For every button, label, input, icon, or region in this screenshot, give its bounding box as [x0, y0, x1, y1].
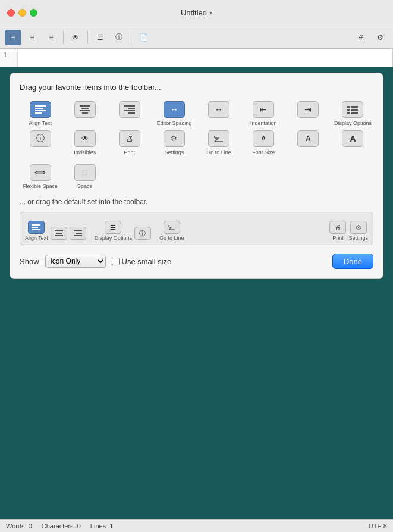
item-editor-spacing-plain: ↔ — [199, 101, 240, 127]
preview-settings-icon: ⚙ — [350, 221, 367, 234]
preview-gotoline-label: Go to Line — [159, 235, 184, 241]
svg-rect-14 — [347, 109, 350, 111]
done-button[interactable]: Done — [332, 254, 373, 269]
invisibles-label: Invisibles — [74, 149, 96, 156]
doc-toolbar-btn[interactable]: 📄 — [135, 30, 152, 45]
small-size-checkbox[interactable] — [112, 258, 120, 265]
eye-toolbar-btn[interactable]: 👁 — [67, 30, 84, 45]
font-size-large-icon[interactable]: A — [342, 130, 363, 147]
preview-align-left-icon — [28, 221, 45, 234]
editor-spacing-plain-icon[interactable]: ↔ — [208, 101, 229, 118]
titlebar: Untitled ▾ — [0, 0, 393, 26]
align-text-icon[interactable] — [30, 101, 51, 118]
svg-rect-22 — [32, 229, 40, 230]
settings-label: Settings — [165, 149, 184, 156]
encoding-text: UTF-8 — [369, 522, 387, 530]
space-icon[interactable]: □ — [74, 164, 96, 181]
item-align-right — [109, 101, 150, 127]
editor-spacing-active-icon[interactable]: ↔ — [164, 101, 185, 118]
display-options-info-icon[interactable]: ⓘ — [30, 130, 51, 147]
preview-display-info[interactable]: ⓘ — [134, 227, 151, 241]
preview-align-center[interactable] — [51, 227, 67, 241]
item-display-options-list: Display Options — [332, 101, 373, 127]
statusbar: Words: 0 Characters: 0 Lines: 1 UTF-8 — [0, 519, 393, 532]
item-display-options-info: ⓘ — [20, 130, 61, 156]
space-label: Space — [77, 183, 93, 190]
minimize-button[interactable] — [18, 9, 26, 17]
preview-align-left[interactable]: Align Text — [25, 221, 48, 241]
settings-icon[interactable]: ⚙ — [164, 130, 185, 147]
preview-display-group: ☰ Display Options ⓘ — [95, 221, 151, 241]
indentation-left-icon[interactable]: ⇤ — [253, 101, 274, 118]
info-toolbar-btn[interactable]: ⓘ — [111, 30, 127, 45]
maximize-button[interactable] — [30, 9, 37, 17]
preview-display-list-label: Display Options — [95, 235, 132, 241]
invisibles-icon[interactable]: 👁 — [74, 130, 96, 147]
chars-status: Characters: 0 — [42, 522, 81, 530]
editor-area[interactable]: 1 — [0, 49, 393, 67]
lines-status: Lines: 1 — [90, 522, 114, 530]
preview-gotoline-group: Go to Line — [159, 221, 184, 241]
display-options-list-label: Display Options — [334, 120, 372, 127]
item-indentation-right: ⇥ — [288, 101, 329, 127]
preview-align-right[interactable] — [70, 227, 86, 241]
show-select[interactable]: Icon Only Icon and Text Text Only — [45, 255, 106, 268]
svg-rect-20 — [32, 224, 40, 226]
indentation-right-icon[interactable]: ⇥ — [297, 101, 319, 118]
item-font-size-large: A — [332, 130, 373, 156]
item-space: □ Space — [64, 164, 105, 190]
align-right-icon[interactable] — [119, 101, 140, 118]
settings-toolbar-btn[interactable]: ⚙ — [372, 30, 388, 45]
svg-rect-27 — [76, 233, 82, 234]
item-go-to-line: Go to Line — [199, 130, 240, 156]
window-title: Untitled ▾ — [181, 8, 212, 17]
preview-align-right-icon — [70, 227, 86, 240]
svg-rect-6 — [80, 110, 90, 111]
font-size-med-icon[interactable]: A — [297, 130, 319, 147]
svg-rect-17 — [351, 112, 358, 114]
toolbar-separator-2 — [87, 31, 88, 44]
close-button[interactable] — [7, 9, 15, 17]
divider-text: ... or drag the default set into the too… — [20, 198, 373, 206]
items-row-3: ⟺ Flexible Space □ Space — [20, 164, 373, 190]
editor-spacing-active-label: Editor Spacing — [157, 120, 192, 127]
font-size-small-icon[interactable]: A — [253, 130, 274, 147]
align-center-icon[interactable] — [74, 101, 96, 118]
preview-align-left-label: Align Text — [25, 235, 48, 241]
preview-gotoline[interactable]: Go to Line — [159, 221, 184, 241]
align-right-toolbar-btn[interactable]: ≡ — [43, 30, 59, 45]
line-number-1: 1 — [4, 51, 7, 58]
print-icon[interactable]: 🖨 — [119, 130, 140, 147]
svg-rect-16 — [347, 112, 350, 114]
list-toolbar-btn[interactable]: ☰ — [92, 30, 108, 45]
toolbar-separator-1 — [63, 31, 64, 44]
svg-rect-25 — [55, 235, 63, 236]
align-text-label: Align Text — [29, 120, 52, 127]
print-toolbar-btn[interactable]: 🖨 — [353, 30, 369, 45]
preview-print[interactable]: 🖨 Print — [329, 221, 346, 241]
flexible-space-label: Flexible Space — [23, 183, 58, 190]
title-chevron[interactable]: ▾ — [209, 10, 212, 16]
item-editor-spacing-active: ↔ Editor Spacing — [153, 101, 194, 127]
line-numbers: 1 — [0, 49, 18, 67]
align-center-toolbar-btn[interactable]: ≡ — [24, 30, 40, 45]
preview-settings[interactable]: ⚙ Settings — [348, 221, 368, 241]
svg-rect-13 — [351, 106, 358, 108]
svg-rect-0 — [35, 105, 46, 107]
go-to-line-icon[interactable] — [208, 130, 229, 147]
flexible-space-icon[interactable]: ⟺ — [30, 164, 51, 181]
align-left-toolbar-btn[interactable]: ≡ — [5, 30, 21, 45]
svg-rect-4 — [80, 105, 90, 107]
preview-align-group: Align Text — [25, 221, 86, 241]
item-settings: ⚙ Settings — [153, 130, 194, 156]
svg-rect-9 — [128, 108, 135, 109]
item-print: 🖨 Print — [109, 130, 150, 156]
display-options-list-icon[interactable] — [342, 101, 363, 118]
small-size-label: Use small size — [122, 257, 172, 266]
item-flexible-space: ⟺ Flexible Space — [20, 164, 61, 190]
preview-display-list[interactable]: ☰ Display Options — [95, 221, 132, 241]
svg-rect-3 — [35, 112, 42, 114]
main-toolbar: ≡ ≡ ≡ 👁 ☰ ⓘ 📄 🖨 ⚙ — [0, 26, 393, 49]
svg-rect-10 — [124, 110, 135, 111]
title-text: Untitled — [181, 8, 207, 17]
